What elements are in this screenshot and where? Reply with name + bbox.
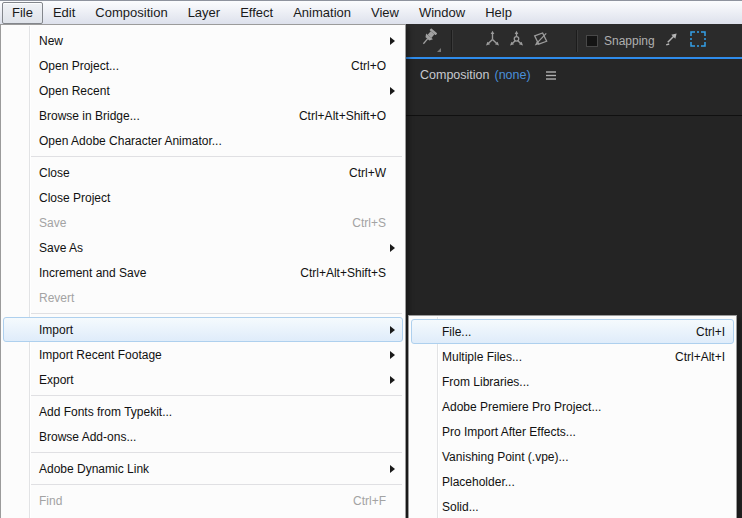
zoom-arrow-button[interactable] [661,28,683,54]
menu-item-close[interactable]: Close Ctrl+W [3,160,403,185]
menu-item-browse-in-bridge[interactable]: Browse in Bridge... Ctrl+Alt+Shift+O [3,103,403,128]
submenu-arrow-icon [390,326,395,334]
submenu-item-multiple-files[interactable]: Multiple Files... Ctrl+Alt+I [411,344,734,369]
menu-item-revert: Revert [3,285,403,310]
menu-item-import-recent-footage[interactable]: Import Recent Footage [3,342,403,367]
world-axis-mode-button[interactable] [506,29,527,53]
menu-item-increment-and-save[interactable]: Increment and Save Ctrl+Alt+Shift+S [3,260,403,285]
menu-separator [31,452,402,453]
file-menu-popup: New Open Project... Ctrl+O Open Recent B… [0,24,406,518]
menu-item-adobe-dynamic-link[interactable]: Adobe Dynamic Link [3,456,403,481]
composition-tab-label: Composition [420,68,489,82]
submenu-arrow-icon [390,465,395,473]
menu-item-browse-add-ons[interactable]: Browse Add-ons... [3,424,403,449]
submenu-item-from-libraries[interactable]: From Libraries... [411,369,734,394]
menubar-item-file[interactable]: File [2,2,43,24]
world-axis-mode-icon [508,30,525,51]
menu-separator [31,484,402,485]
panel-menu-hamburger-icon[interactable] [545,70,557,81]
menu-item-import[interactable]: Import [3,317,403,342]
local-axis-mode-button[interactable] [482,29,503,53]
submenu-item-placeholder[interactable]: Placeholder... [411,469,734,494]
submenu-arrow-icon [390,351,395,359]
menu-item-save: Save Ctrl+S [3,210,403,235]
menubar-item-help[interactable]: Help [475,2,522,24]
menubar-item-view[interactable]: View [361,2,409,24]
submenu-arrow-icon [390,376,395,384]
region-of-interest-button[interactable] [687,28,709,54]
tool-flyout-indicator-icon [437,48,441,52]
submenu-item-vanishing-point[interactable]: Vanishing Point (.vpe)... [411,444,734,469]
composition-tab-value: (none) [494,68,530,82]
menubar-item-animation[interactable]: Animation [283,2,361,24]
menu-item-save-as[interactable]: Save As [3,235,403,260]
puppet-pin-tool-button[interactable] [416,28,442,54]
local-axis-mode-icon [484,30,501,51]
submenu-item-pro-import-after-effects[interactable]: Pro Import After Effects... [411,419,734,444]
view-axis-mode-button[interactable] [530,29,551,53]
menubar-item-composition[interactable]: Composition [85,2,177,24]
toolbar-separator [451,30,452,52]
menu-item-new[interactable]: New [3,28,403,53]
submenu-item-solid[interactable]: Solid... [411,494,734,518]
submenu-arrow-icon [390,87,395,95]
submenu-arrow-icon [390,37,395,45]
view-axis-mode-icon [532,30,549,51]
submenu-item-file[interactable]: File... Ctrl+I [411,319,734,344]
menu-bar: File Edit Composition Layer Effect Anima… [0,0,742,24]
menu-item-close-project[interactable]: Close Project [3,185,403,210]
import-submenu-popup: File... Ctrl+I Multiple Files... Ctrl+Al… [408,315,737,518]
submenu-item-adobe-premiere-pro-project[interactable]: Adobe Premiere Pro Project... [411,394,734,419]
submenu-arrow-icon [390,244,395,252]
menu-item-open-adobe-character-animator[interactable]: Open Adobe Character Animator... [3,128,403,153]
menu-separator [31,313,402,314]
menubar-item-edit[interactable]: Edit [43,2,85,24]
zoom-arrow-icon [663,30,680,51]
menu-item-open-recent[interactable]: Open Recent [3,78,403,103]
tools-toolbar: Snapping [406,24,742,57]
toolbar-separator [576,30,577,52]
snapping-checkbox[interactable] [586,35,598,47]
menu-separator [31,156,402,157]
snapping-label: Snapping [604,34,655,48]
menu-separator [31,395,402,396]
menu-item-find: Find Ctrl+F [3,488,403,513]
puppet-pin-icon [419,28,439,54]
region-of-interest-icon [690,31,706,51]
menu-item-add-fonts-from-typekit[interactable]: Add Fonts from Typekit... [3,399,403,424]
menubar-item-layer[interactable]: Layer [178,2,231,24]
composition-panel-tabbar: Composition (none) [406,59,742,115]
composition-panel-tab[interactable]: Composition (none) [420,68,742,82]
menubar-item-effect[interactable]: Effect [230,2,283,24]
menu-item-open-project[interactable]: Open Project... Ctrl+O [3,53,403,78]
menu-item-export[interactable]: Export [3,367,403,392]
menubar-item-window[interactable]: Window [409,2,475,24]
